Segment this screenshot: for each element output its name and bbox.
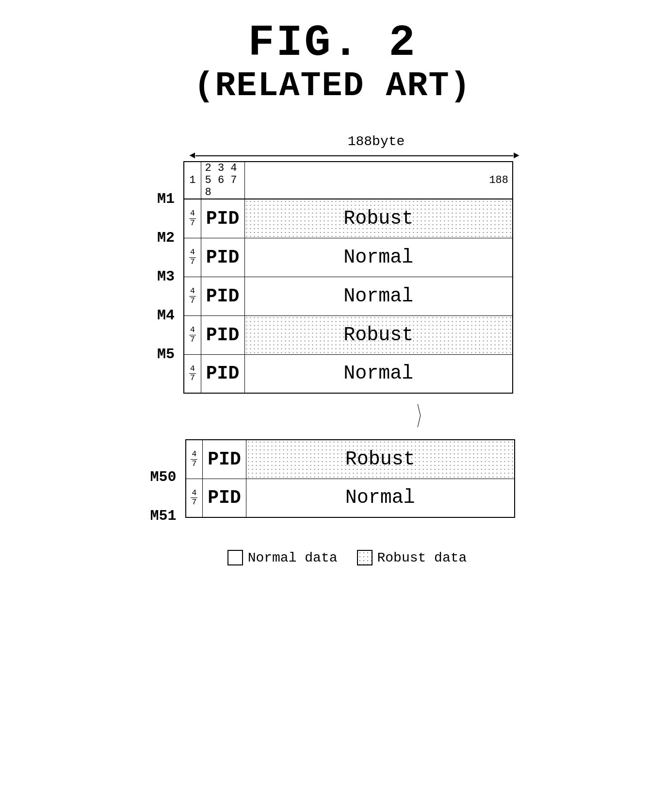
legend-normal-box	[227, 550, 243, 565]
cell-pid: PID	[203, 440, 246, 479]
top-table-area: M1M2M3M4M5 1 2 3 4 5 6 7 8 188 47PIDRobu…	[152, 161, 513, 394]
row-label-m5: M5	[152, 335, 178, 374]
title-block: FIG. 2 (RELATED ART)	[194, 19, 471, 105]
arrow-shaft	[195, 155, 514, 156]
top-grid-table: 1 2 3 4 5 6 7 8 188 47PIDRobust47PIDNorm…	[183, 161, 513, 394]
cell-byte-frac: 47	[186, 440, 203, 479]
cell-pid: PID	[201, 315, 244, 354]
header-col2: 2 3 4 5 6 7 8	[201, 162, 244, 199]
row-label-m1: M1	[152, 180, 178, 218]
cell-pid: PID	[201, 199, 244, 238]
cell-content-robust: Robust	[244, 199, 513, 238]
header-col-end: 188	[244, 162, 513, 199]
arrow-right-head: ►	[513, 150, 519, 161]
cell-content-robust: Robust	[244, 315, 513, 354]
cell-content-normal: Normal	[244, 354, 513, 393]
figure-title-line2: (RELATED ART)	[194, 67, 471, 105]
row-label-m50: M50	[150, 458, 180, 497]
cell-byte-frac: 47	[184, 277, 201, 315]
bottom-row-labels: M50M51	[150, 458, 180, 535]
cell-byte-frac: 47	[184, 315, 201, 354]
cell-content-normal: Normal	[246, 479, 515, 517]
bottom-grid-table: 47PIDRobust47PIDNormal	[185, 439, 515, 518]
cell-pid: PID	[201, 238, 244, 277]
table-row: 47PIDNormal	[184, 354, 513, 393]
table-row: 47PIDNormal	[186, 479, 515, 517]
row-label-m3: M3	[152, 257, 178, 296]
header-col1: 1	[184, 162, 201, 199]
cell-content-normal: Normal	[244, 238, 513, 277]
legend-robust: Robust data	[357, 550, 467, 565]
table-row: 47PIDNormal	[184, 277, 513, 315]
cell-byte-frac: 47	[184, 238, 201, 277]
top-row-labels: M1M2M3M4M5	[152, 180, 178, 374]
legend: Normal data Robust data	[227, 550, 467, 565]
cell-byte-frac: 47	[186, 479, 203, 517]
table-row: 47PIDRobust	[184, 199, 513, 238]
bottom-table-area: M50M51 47PIDRobust47PIDNormal	[150, 439, 515, 535]
table-row: 47PIDRobust	[184, 315, 513, 354]
header-row: 1 2 3 4 5 6 7 8 188	[184, 162, 513, 199]
page-container: FIG. 2 (RELATED ART) 188byte ◄ ► M1M2M3M…	[0, 0, 665, 812]
row-label-m51: M51	[150, 497, 180, 535]
row-label-m4: M4	[152, 296, 178, 335]
cell-content-robust: Robust	[246, 440, 515, 479]
legend-robust-label: Robust data	[377, 550, 467, 565]
cell-byte-frac: 47	[184, 199, 201, 238]
ellipsis: 〉	[273, 398, 436, 434]
cell-pid: PID	[201, 354, 244, 393]
legend-robust-box	[357, 550, 373, 565]
arrow-left-head: ◄	[190, 150, 195, 161]
figure-title-line1: FIG. 2	[194, 19, 471, 67]
table-row: 47PIDNormal	[184, 238, 513, 277]
cell-content-normal: Normal	[244, 277, 513, 315]
legend-normal-label: Normal data	[248, 550, 338, 565]
byte-label: 188byte	[348, 134, 405, 149]
cell-byte-frac: 47	[184, 354, 201, 393]
table-row: 47PIDRobust	[186, 440, 515, 479]
diagram-area: 188byte ◄ ► M1M2M3M4M5 1 2 3 4 5 6 7 8	[139, 134, 527, 565]
row-label-m2: M2	[152, 218, 178, 257]
cell-pid: PID	[201, 277, 244, 315]
legend-normal: Normal data	[227, 550, 338, 565]
cell-pid: PID	[203, 479, 246, 517]
